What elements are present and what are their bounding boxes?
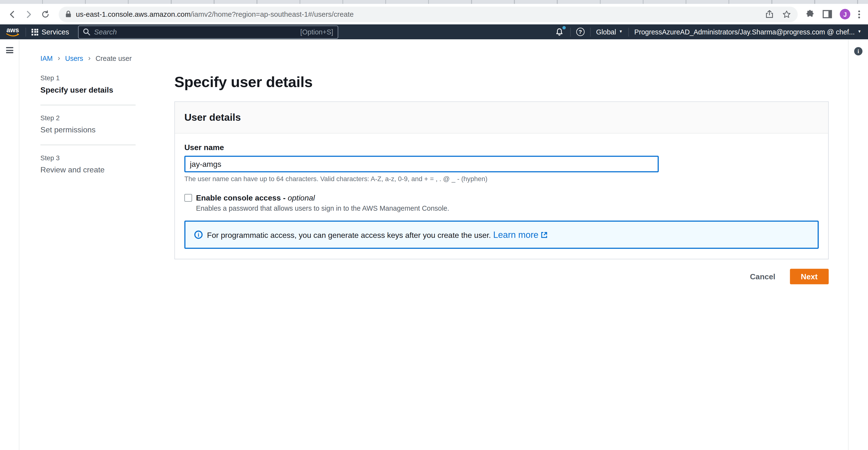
divider xyxy=(40,145,135,145)
extensions-puzzle-icon[interactable] xyxy=(806,9,815,19)
url-text: us-east-1.console.aws.amazon.com/iamv2/h… xyxy=(76,10,761,18)
step-label: Set permissions xyxy=(40,125,135,134)
console-access-label-text: Enable console access - xyxy=(196,194,288,202)
step-label: Review and create xyxy=(40,165,135,174)
account-label: ProgressAzureAD_Administrators/Jay.Sharm… xyxy=(634,28,855,36)
right-help-rail: i xyxy=(848,39,868,450)
step-number: Step 2 xyxy=(40,114,135,122)
reload-button[interactable] xyxy=(39,7,52,21)
search-placeholder: Search xyxy=(94,28,300,36)
side-panel-icon[interactable] xyxy=(823,10,832,18)
alert-text: For programmatic access, you can generat… xyxy=(207,230,491,239)
divider xyxy=(628,27,629,36)
url-domain: us-east-1.console.aws.amazon.com xyxy=(76,10,191,18)
divider xyxy=(590,27,590,36)
aws-logo-text: aws xyxy=(6,27,20,33)
user-details-card: User details User name The user name can… xyxy=(175,101,829,259)
wizard-steps-nav: Step 1 Specify user details Step 2 Set p… xyxy=(40,74,135,284)
back-button[interactable] xyxy=(6,7,19,21)
breadcrumb-current: Create user xyxy=(95,55,131,62)
share-icon[interactable] xyxy=(766,10,773,18)
search-icon xyxy=(83,28,90,36)
help-panel-info-icon[interactable]: i xyxy=(854,47,862,55)
console-access-optional-text: optional xyxy=(288,194,315,202)
services-label: Services xyxy=(41,28,69,36)
divider xyxy=(25,27,26,36)
username-constraint-text: The user name can have up to 64 characte… xyxy=(184,175,818,183)
global-search-input[interactable]: Search [Option+S] xyxy=(78,25,338,38)
step-number: Step 1 xyxy=(40,74,135,82)
search-shortcut: [Option+S] xyxy=(300,28,333,36)
forward-button[interactable] xyxy=(22,7,35,21)
console-access-description: Enables a password that allows users to … xyxy=(196,204,818,212)
wizard-step-1[interactable]: Step 1 Specify user details xyxy=(40,74,135,94)
aws-smile-icon xyxy=(6,33,20,37)
divider xyxy=(40,105,135,105)
console-access-label[interactable]: Enable console access - optional xyxy=(196,194,315,202)
wizard-step-3[interactable]: Step 3 Review and create xyxy=(40,154,135,174)
breadcrumb-iam[interactable]: IAM xyxy=(40,55,53,62)
page-title: Specify user details xyxy=(175,74,829,90)
chevron-down-icon: ▼ xyxy=(619,29,623,33)
aws-top-nav: aws Services Search [Option+S] ? Global xyxy=(0,25,868,39)
services-menu[interactable]: Services xyxy=(31,28,69,36)
browser-menu-kebab-icon[interactable] xyxy=(858,10,860,19)
bookmark-star-icon[interactable] xyxy=(782,10,791,19)
divider xyxy=(570,27,570,36)
breadcrumb: IAM › Users › Create user xyxy=(40,54,848,62)
info-alert: i For programmatic access, you can gener… xyxy=(184,221,818,249)
wizard-step-2[interactable]: Step 2 Set permissions xyxy=(40,114,135,134)
info-icon: i xyxy=(194,231,203,239)
region-selector[interactable]: Global ▼ xyxy=(596,28,623,36)
browser-profile-avatar[interactable]: J xyxy=(840,9,850,20)
card-title: User details xyxy=(184,113,818,122)
address-bar[interactable]: us-east-1.console.aws.amazon.com/iamv2/h… xyxy=(59,6,798,22)
browser-tab-strip xyxy=(0,0,868,4)
console-access-checkbox[interactable] xyxy=(184,194,192,202)
chevron-down-icon: ▼ xyxy=(858,29,862,33)
step-label: Specify user details xyxy=(40,85,135,94)
username-label: User name xyxy=(184,143,818,152)
account-menu[interactable]: ProgressAzureAD_Administrators/Jay.Sharm… xyxy=(634,28,861,36)
help-icon[interactable]: ? xyxy=(576,28,584,36)
external-link-icon[interactable] xyxy=(540,231,547,238)
learn-more-link[interactable]: Learn more xyxy=(493,230,538,240)
aws-logo[interactable]: aws xyxy=(6,27,20,37)
url-path: /iamv2/home?region=ap-southeast-1#/users… xyxy=(191,10,353,18)
lock-icon xyxy=(65,10,71,18)
username-input[interactable] xyxy=(184,156,659,172)
hamburger-menu-icon[interactable] xyxy=(6,47,13,53)
left-nav-rail xyxy=(0,39,20,450)
step-number: Step 3 xyxy=(40,154,135,162)
browser-toolbar: us-east-1.console.aws.amazon.com/iamv2/h… xyxy=(0,4,868,25)
chevron-right-icon: › xyxy=(58,54,60,62)
screen: us-east-1.console.aws.amazon.com/iamv2/h… xyxy=(0,0,868,450)
notifications-bell-icon[interactable] xyxy=(555,27,564,37)
chevron-right-icon: › xyxy=(88,54,91,62)
card-header: User details xyxy=(175,102,828,134)
next-button[interactable]: Next xyxy=(790,269,829,284)
services-grid-icon xyxy=(31,29,38,35)
breadcrumb-users[interactable]: Users xyxy=(65,55,83,62)
region-label: Global xyxy=(596,28,616,36)
notification-dot xyxy=(562,26,566,29)
cancel-button[interactable]: Cancel xyxy=(750,272,775,281)
